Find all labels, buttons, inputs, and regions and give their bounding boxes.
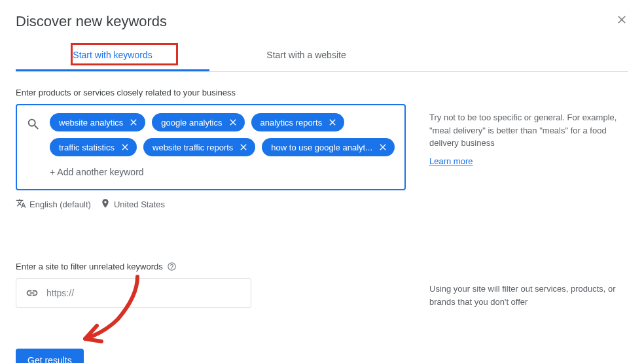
chip-label: google analytics: [161, 118, 222, 128]
chip-label: how to use google analyt...: [271, 143, 372, 152]
tab-start-with-keywords[interactable]: Start with keywords: [16, 41, 209, 71]
tab-label: Start with a website: [266, 50, 346, 60]
chip-label: website traffic reports: [152, 143, 233, 152]
keyword-chip[interactable]: website analytics: [50, 113, 145, 131]
location-selector[interactable]: United States: [100, 198, 165, 211]
get-results-button[interactable]: Get results: [16, 349, 84, 363]
remove-chip-icon[interactable]: [327, 117, 338, 128]
link-icon: [26, 286, 39, 300]
chip-label: traffic statistics: [59, 143, 115, 152]
site-url-box[interactable]: [16, 278, 251, 308]
location-label: United States: [114, 199, 165, 209]
keywords-section-label: Enter products or services closely relat…: [16, 88, 406, 97]
tab-start-with-website[interactable]: Start with a website: [209, 41, 403, 71]
site-section-label: Enter a site to filter unrelated keyword…: [16, 262, 406, 271]
remove-chip-icon[interactable]: [128, 117, 139, 128]
help-icon[interactable]: [167, 262, 177, 271]
tab-label: Start with keywords: [73, 50, 152, 60]
chip-label: analytics reports: [260, 118, 323, 128]
remove-chip-icon[interactable]: [238, 142, 249, 152]
keyword-chip[interactable]: how to use google analyt...: [262, 138, 395, 156]
translate-icon: [16, 198, 26, 211]
keywords-input-box[interactable]: website analytics google analytics analy…: [16, 104, 406, 190]
page-title: Discover new keywords: [16, 13, 167, 30]
language-selector[interactable]: English (default): [16, 198, 91, 211]
remove-chip-icon[interactable]: [228, 117, 238, 128]
keywords-helper-text: Try not to be too specific or general. F…: [429, 111, 628, 150]
keyword-chip[interactable]: google analytics: [152, 113, 244, 131]
search-icon: [26, 113, 41, 134]
learn-more-link[interactable]: Learn more: [429, 156, 473, 166]
keyword-chip[interactable]: traffic statistics: [50, 138, 137, 156]
add-keyword-input[interactable]: [50, 163, 168, 181]
tabs-bar: Start with keywords Start with a website: [16, 41, 628, 72]
keyword-chip[interactable]: analytics reports: [251, 113, 345, 131]
keyword-chips-area: website analytics google analytics analy…: [50, 113, 397, 181]
keyword-chip[interactable]: website traffic reports: [143, 138, 255, 156]
language-label: English (default): [29, 199, 91, 209]
remove-chip-icon[interactable]: [378, 142, 388, 152]
close-icon[interactable]: [615, 13, 628, 29]
chip-label: website analytics: [59, 118, 123, 128]
site-url-input[interactable]: [46, 288, 241, 298]
site-helper-text: Using your site will filter out services…: [429, 283, 628, 308]
remove-chip-icon[interactable]: [120, 142, 130, 152]
location-pin-icon: [100, 198, 111, 211]
site-label-text: Enter a site to filter unrelated keyword…: [16, 262, 163, 271]
